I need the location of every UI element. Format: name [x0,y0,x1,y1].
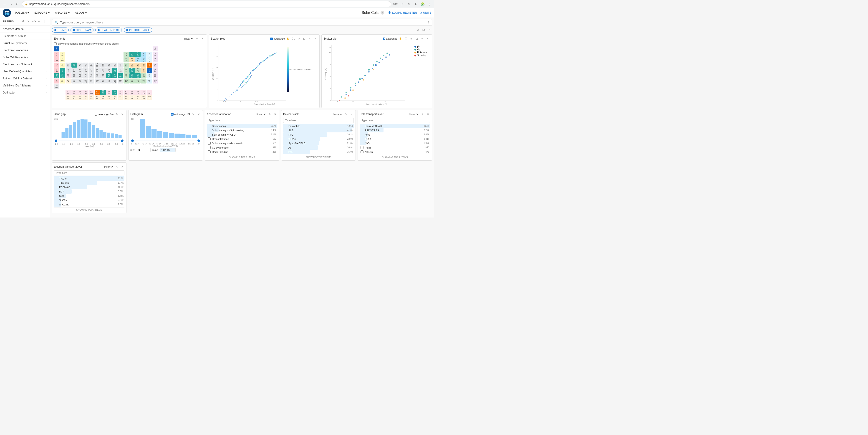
electron-transport-scale-select[interactable]: linear [103,165,114,168]
element-H[interactable]: 1H [54,46,59,52]
element-O[interactable]: 8O [141,52,147,57]
element-Er[interactable]: 68Er [129,90,135,95]
slider-handle-left[interactable] [55,139,57,142]
search-bar[interactable]: 🔍 ? [52,19,432,26]
max-value-input[interactable] [160,148,176,152]
sidebar-item-solar-cell-properties[interactable]: Solar Cell Properties › [0,54,50,61]
item-checkbox[interactable] [361,150,364,153]
element-Nh[interactable]: 113Nh [124,79,129,84]
edit-widget-button[interactable]: ✎ [195,36,199,41]
element-Gd[interactable]: 64Gd [106,90,112,95]
element-La-series[interactable]: 57La [65,90,71,95]
element-Fm[interactable]: 100Fm [129,95,135,100]
element-Pt[interactable]: 78Pt [106,73,112,78]
absorber-search-input[interactable] [207,118,277,123]
element-W[interactable]: 74W [83,73,89,78]
element-No[interactable]: 102No [141,95,147,100]
element-Bi[interactable]: 83Bi316 [135,73,141,78]
element-Br[interactable]: 35Br [147,63,152,68]
nomad-logo[interactable] [3,9,11,17]
element-Pb[interactable]: 82Pb41.6k [129,73,135,78]
refresh-filters-button[interactable]: ↺ [21,19,25,24]
explore-menu[interactable]: EXPLORE ▾ [32,10,52,15]
sidebar-item-author-origin-dataset[interactable]: Author / Origin / Dataset › [0,75,50,82]
element-B[interactable]: 5B [124,52,129,57]
element-Ti[interactable]: 22Ti [71,63,77,68]
publish-menu[interactable]: PUBLISH ▾ [13,10,31,15]
element-Mt[interactable]: 109Mt [100,79,106,84]
element-Tc[interactable]: 43Tc [89,68,94,73]
code-filters-button[interactable]: </> [32,19,36,24]
element-Md[interactable]: 101Md [135,95,141,100]
element-Sr[interactable]: 38Sr [60,68,65,73]
electron-transport-edit-button[interactable]: ✎ [115,164,119,169]
tab-terms[interactable]: TERMS [52,28,69,33]
back-filters-button[interactable]: ← [37,19,42,24]
element-Re[interactable]: 75Re [89,73,94,78]
sidebar-item-elements-formula[interactable]: Elements / Formula › [0,33,50,40]
element-Tb[interactable]: 65Tb [112,90,117,95]
element-Cn[interactable]: 112Cn [118,79,123,84]
close-widget-button[interactable]: ✕ [200,36,205,41]
scale-select[interactable]: linear [183,37,194,40]
refresh-button[interactable]: ↺ [297,36,301,41]
element-Co[interactable]: 27Co [100,63,106,68]
element-Nd[interactable]: 60Nd [83,90,89,95]
element-Sn[interactable]: 50Sn22.1k [129,68,135,73]
element-N[interactable]: 7N40.9k [135,52,141,57]
element-Al[interactable]: 13Al [124,57,129,62]
element-I[interactable]: 53I [147,68,152,73]
element-Kr[interactable]: 36Kr [153,63,158,68]
element-Lr[interactable]: 103Lr [147,95,152,100]
element-La[interactable]: 57* [65,73,71,78]
slider-handle-right[interactable] [121,139,124,142]
sidebar-item-optimade[interactable]: Optimade › [0,89,50,96]
element-Tl[interactable]: 81Tl [124,73,129,78]
element-Tm[interactable]: 69Tm [135,90,141,95]
element-Si[interactable]: 14Si [129,57,135,62]
search-help-icon[interactable]: ? [428,21,429,24]
element-Zn[interactable]: 30Zn [118,63,123,68]
element-Es[interactable]: 99Es [124,95,129,100]
element-Ac-series[interactable]: 89Ac [65,95,71,100]
element-Nb[interactable]: 41Nb [77,68,83,73]
sidebar-item-visibility-ids-schema[interactable]: Visibility / IDs / Schema › [0,82,50,89]
reload-button[interactable]: ↻ [14,1,20,7]
back-button[interactable]: ← [2,1,7,7]
element-Sg[interactable]: 106Sg [83,79,89,84]
autorange2-checkbox[interactable] [383,37,385,40]
element-Ar[interactable]: 18Ar [153,57,158,62]
element-Bh[interactable]: 107Bh [89,79,94,84]
element-Fr[interactable]: 87Fr [54,79,59,84]
element-Bk[interactable]: 97Bk [112,95,117,100]
element-In[interactable]: 49In [124,68,129,73]
item-checkbox[interactable] [361,146,364,149]
element-Og[interactable]: 118Og [153,79,158,84]
sidebar-item-electronic-properties[interactable]: Electronic Properties › [0,47,50,54]
absorber-close-button[interactable]: ✕ [273,112,277,117]
item-checkbox[interactable] [208,146,211,149]
element-Ho[interactable]: 67Ho [124,90,129,95]
element-Fl[interactable]: 114Fl [129,79,135,84]
element-Pu[interactable]: 94Pu [95,95,100,100]
element-Cf[interactable]: 98Cf [118,95,123,100]
element-Ne[interactable]: 10Ne [153,52,158,57]
element-Ag[interactable]: 47Ag7.61 [112,68,117,73]
element-Am[interactable]: 95Am [100,95,106,100]
element-Cl[interactable]: 17Cl95 [147,57,152,62]
element-C[interactable]: 6C40.2k [129,52,135,57]
element-Cm[interactable]: 96Cm [106,95,112,100]
forward-button[interactable]: → [8,1,14,7]
element-Lu[interactable]: 71Lu [147,90,152,95]
hole-transport-edit-button[interactable]: ✎ [420,112,425,117]
collapse-tab-button[interactable]: ⌃ [427,28,432,33]
element-Lv[interactable]: 116Lv [141,79,147,84]
element-Ds[interactable]: 110Ds [106,79,112,84]
absorber-edit-button[interactable]: ✎ [267,112,272,117]
sidebar-item-electronic-lab-notebook[interactable]: Electronic Lab Notebook › [0,61,50,68]
element-Ru[interactable]: 44Ru [95,68,100,73]
element-Li[interactable]: 3Li [54,52,59,57]
device-stack-close-button[interactable]: ✕ [349,112,354,117]
element-Rn[interactable]: 86Rn [153,73,158,78]
element-Ca[interactable]: 20Ca [60,63,65,68]
